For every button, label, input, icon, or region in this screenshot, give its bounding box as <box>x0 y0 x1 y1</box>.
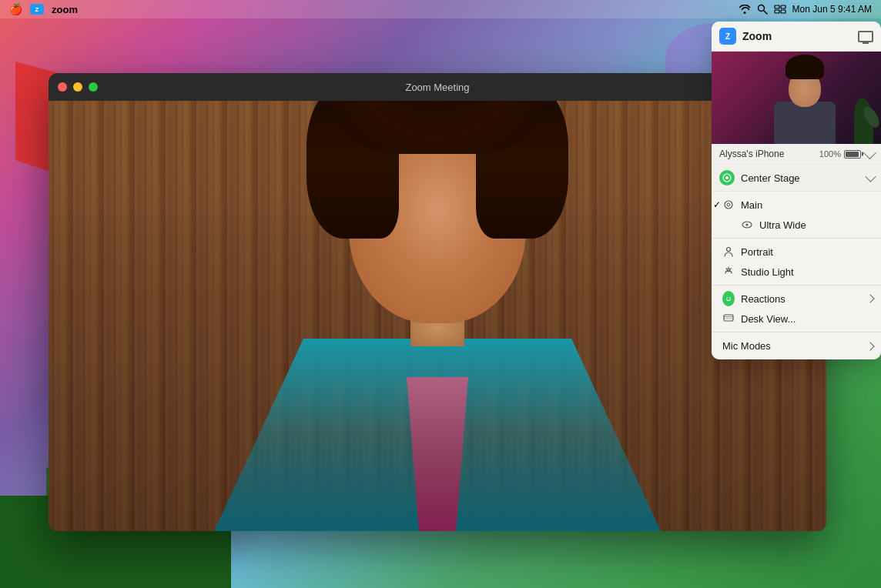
svg-point-9 <box>727 203 730 206</box>
svg-point-7 <box>725 176 729 179</box>
svg-point-8 <box>725 201 732 209</box>
menubar-right: Mon Jun 5 9:41 AM <box>739 4 872 15</box>
svg-point-12 <box>727 248 731 252</box>
apple-menu[interactable]: 🍎 <box>9 3 22 15</box>
menu-divider-2 <box>712 285 881 286</box>
menu-item-ultrawide-label: Ultra Wide <box>759 219 873 231</box>
svg-rect-20 <box>724 315 733 321</box>
window-minimize-button[interactable] <box>73 82 82 92</box>
wifi-icon <box>739 5 751 14</box>
reactions-icon <box>722 292 735 305</box>
window-maximize-button[interactable] <box>89 82 98 92</box>
zoom-meeting-window: Zoom Meeting <box>49 73 826 531</box>
panel-thumbnail <box>712 52 881 144</box>
camera-panel: Z Zoom Alyssa's iPhone 100% <box>712 22 881 359</box>
hair-top <box>337 101 538 154</box>
svg-line-1 <box>764 11 767 14</box>
svg-point-18 <box>726 297 728 299</box>
window-titlebar: Zoom Meeting <box>49 73 826 101</box>
svg-rect-5 <box>781 10 786 13</box>
thumbnail-body <box>774 102 836 144</box>
mic-modes-label: Mic Modes <box>722 340 867 352</box>
panel-app-name: Zoom <box>742 30 858 42</box>
screen-icon <box>858 31 873 42</box>
menubar-time: Mon Jun 5 9:41 AM <box>792 4 872 15</box>
search-icon[interactable] <box>757 4 768 15</box>
desk-view-icon <box>722 312 735 325</box>
svg-point-19 <box>729 297 731 299</box>
mic-modes-submenu-arrow-icon <box>866 342 874 350</box>
menu-item-portrait[interactable]: Portrait <box>712 242 881 262</box>
menubar-left: 🍎 Z zoom <box>9 3 78 15</box>
battery-icon <box>844 150 861 159</box>
menu-item-reactions[interactable]: Reactions <box>712 289 881 309</box>
menubar-app-name[interactable]: zoom <box>52 4 78 15</box>
reactions-submenu-arrow-icon <box>866 294 874 302</box>
center-stage-label: Center Stage <box>741 172 866 184</box>
menu-item-ultrawide[interactable]: Ultra Wide <box>712 215 881 235</box>
center-stage-icon <box>719 170 735 185</box>
panel-zoom-logo: Z <box>719 28 736 45</box>
battery-info: 100% <box>819 149 861 159</box>
menu-item-desk-view[interactable]: Desk View... <box>712 309 881 329</box>
menu-item-portrait-label: Portrait <box>741 246 873 258</box>
device-name: Alyssa's iPhone <box>719 149 819 159</box>
svg-point-0 <box>758 5 764 12</box>
svg-rect-3 <box>781 5 786 8</box>
center-stage-row[interactable]: Center Stage <box>712 165 881 192</box>
menu-item-studio-light-label: Studio Light <box>741 266 873 278</box>
battery-fill <box>846 152 859 157</box>
ultrawide-lens-icon <box>741 219 753 231</box>
person-silhouette <box>168 101 707 531</box>
menu-section: ✓ Main Ultra Wide <box>712 192 881 359</box>
window-title: Zoom Meeting <box>405 82 469 93</box>
battery-percent: 100% <box>819 149 841 159</box>
menu-item-studio-light[interactable]: Studio Light <box>712 262 881 282</box>
svg-line-15 <box>730 269 731 269</box>
thumbnail-hair <box>786 55 824 79</box>
menubar: 🍎 Z zoom Mon Jun 5 9:41 AM <box>0 0 881 18</box>
window-content <box>49 101 826 531</box>
checkmark-icon: ✓ <box>713 199 721 210</box>
thumbnail-person <box>766 55 843 144</box>
menu-item-desk-view-label: Desk View... <box>741 313 873 325</box>
main-lens-icon <box>722 199 735 211</box>
studio-light-icon <box>722 266 735 278</box>
video-feed <box>49 101 826 531</box>
svg-point-11 <box>746 224 749 226</box>
svg-rect-4 <box>775 10 779 13</box>
window-close-button[interactable] <box>58 82 67 92</box>
mic-modes-row[interactable]: Mic Modes <box>712 336 881 356</box>
center-stage-expand-icon <box>865 172 876 182</box>
svg-rect-2 <box>775 5 779 8</box>
menu-item-reactions-label: Reactions <box>741 293 867 305</box>
menu-divider-1 <box>712 238 881 239</box>
portrait-icon <box>722 246 735 258</box>
menu-item-main[interactable]: ✓ Main <box>712 195 881 215</box>
panel-header: Z Zoom <box>712 22 881 52</box>
svg-line-16 <box>726 269 727 269</box>
menu-item-main-label: Main <box>741 199 873 211</box>
device-chevron-icon <box>863 146 876 159</box>
device-row: Alyssa's iPhone 100% <box>712 144 881 165</box>
menu-divider-3 <box>712 332 881 332</box>
zoom-menubar-icon: Z <box>30 4 44 15</box>
svg-point-17 <box>725 295 732 302</box>
control-center-icon[interactable] <box>774 5 786 14</box>
window-controls <box>58 82 98 92</box>
